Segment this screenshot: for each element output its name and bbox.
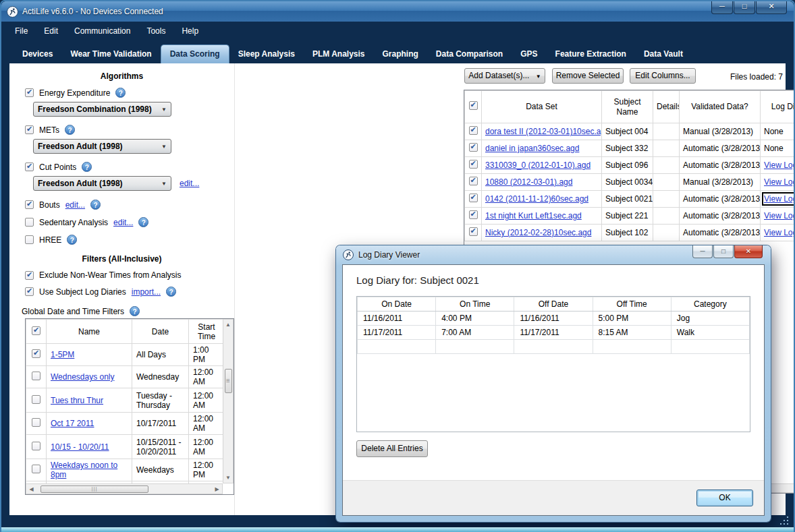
dataset-link[interactable]: dora test II (2012-03-01)10sec.agd [485,127,602,136]
scroll-down-icon[interactable]: ▼ [223,473,233,483]
resize-grip[interactable] [779,516,788,525]
filter-name-link[interactable]: 10/15 - 10/20/11 [51,442,109,452]
cut-points-algorithm-select[interactable]: Freedson Adult (1998)▼ [33,176,171,191]
tab-data-vault[interactable]: Data Vault [635,45,692,63]
dataset-link[interactable]: 10880 (2012-03-01).agd [485,177,572,187]
details-cell [653,157,680,174]
remove-selected-button[interactable]: Remove Selected [552,68,624,84]
tab-gps[interactable]: GPS [512,45,546,63]
dialog-maximize-button[interactable]: □ [713,245,734,258]
cut-points-label: Cut Points [39,162,76,172]
menu-item-communication[interactable]: Communication [67,24,137,38]
log-diary-cell: View Log Diary [761,225,795,241]
sedentary-help-icon[interactable]: ? [138,217,148,227]
dataset-link[interactable]: 0142 (2011-11-12)60sec.agd [485,194,588,204]
filters-select-all-checkbox[interactable] [32,326,40,335]
menu-item-edit[interactable]: Edit [37,24,65,38]
mets-checkbox[interactable] [25,125,34,134]
cut-points-help-icon[interactable]: ? [82,162,92,172]
dataset-row-checkbox[interactable] [469,194,478,202]
view-log-diary-link[interactable]: View Log Diary [764,211,795,220]
dataset-row-checkbox[interactable] [469,126,478,135]
hree-help-icon[interactable]: ? [67,235,77,245]
filter-name-link[interactable]: Wednesdays only [51,372,115,382]
exclude-nonwear-checkbox[interactable] [25,271,34,280]
tab-sleep-analysis[interactable]: Sleep Analysis [229,45,304,63]
scroll-left-icon[interactable]: ◀ [26,484,36,494]
tab-data-comparison[interactable]: Data Comparison [427,45,512,63]
filter-name-link[interactable]: 1-5PM [51,350,74,359]
tab-data-scoring[interactable]: Data Scoring [161,45,229,63]
dataset-row-checkbox[interactable] [469,210,478,219]
cut-points-checkbox[interactable] [25,162,34,171]
filter-name-link[interactable]: Tues thru Thur [51,396,103,405]
dialog-minimize-button[interactable]: ─ [692,245,713,258]
sedentary-edit-link[interactable]: edit... [113,218,133,227]
energy-algorithm-select[interactable]: Freedson Combination (1998)▼ [33,102,171,117]
dataset-row-checkbox[interactable] [469,177,478,185]
filter-row-checkbox[interactable] [32,442,40,450]
close-icon: ✕ [746,247,751,255]
tab-plm-analysis[interactable]: PLM Analysis [304,45,374,63]
sedentary-analysis-checkbox[interactable] [25,218,34,227]
filter-start-cell: 12:00 AM [189,435,223,459]
dataset-row-checkbox[interactable] [469,160,478,169]
close-button[interactable]: ✕ [756,1,787,14]
energy-help-icon[interactable]: ? [115,88,126,98]
dataset-link[interactable]: 1st night Kurt Left1sec.agd [485,211,582,220]
bouts-checkbox[interactable] [25,200,34,209]
filter-name-link[interactable]: Oct 17 2011 [51,419,94,428]
filter-row-checkbox[interactable] [32,349,40,358]
col-on-time: On Time [436,297,514,312]
tab-feature-extraction[interactable]: Feature Extraction [547,45,635,63]
filter-row-checkbox[interactable] [32,372,40,380]
maximize-button[interactable]: □ [734,1,755,14]
ok-button[interactable]: OK [696,490,753,506]
minimize-button[interactable]: ─ [711,1,733,14]
scroll-up-icon[interactable]: ▲ [223,320,233,330]
tab-graphing[interactable]: Graphing [374,45,427,63]
tab-wear-time-validation[interactable]: Wear Time Validation [61,45,160,63]
dataset-link[interactable]: 3310039_0 (2012-01-10).agd [485,160,591,170]
cut-points-edit-link[interactable]: edit... [180,179,199,188]
delete-all-entries-button[interactable]: Delete All Entries [356,440,428,457]
dataset-link[interactable]: Nicky (2012-02-28)10sec.agd [485,228,591,237]
mets-help-icon[interactable]: ? [65,125,75,135]
validated-cell: Automatic (3/28/2013) [680,157,761,174]
filter-date-cell: 10/15/2011 - 10/20/2011 [132,435,189,459]
log-diaries-help-icon[interactable]: ? [166,287,176,297]
scroll-right-icon[interactable]: ▶ [212,484,222,494]
menu-item-tools[interactable]: Tools [140,24,172,38]
bouts-edit-link[interactable]: edit... [65,200,85,210]
tab-devices[interactable]: Devices [13,45,61,63]
menu-item-file[interactable]: File [8,24,34,38]
view-log-diary-link[interactable]: View Log Diary [764,228,795,237]
energy-expenditure-checkbox[interactable] [25,88,34,97]
hree-checkbox[interactable] [25,235,34,244]
dataset-row: 0142 (2011-11-12)60sec.agdSubject 0021Au… [465,191,795,208]
menu-item-help[interactable]: Help [175,24,205,38]
mets-algorithm-select[interactable]: Freedson Adult (1998)▼ [33,139,171,154]
dataset-row-checkbox[interactable] [469,143,478,152]
use-log-diaries-checkbox[interactable] [25,287,34,296]
filter-name-link[interactable]: Weekdays noon to 8pm [51,461,117,479]
filter-row-checkbox[interactable] [32,465,40,473]
filters-vertical-scrollbar[interactable]: ▲ ▼ [223,319,234,483]
dialog-close-button[interactable]: ✕ [734,245,763,258]
global-filters-help-icon[interactable]: ? [130,306,140,316]
bouts-help-icon[interactable]: ? [90,200,101,210]
dataset-link[interactable]: daniel in japan360sec.agd [485,144,579,153]
edit-columns-button[interactable]: Edit Columns... [630,68,696,84]
view-log-diary-link[interactable]: View Log Diary [764,194,795,204]
add-datasets-button[interactable]: Add Dataset(s)... ▼ [464,68,545,84]
filter-row-checkbox[interactable] [32,395,40,404]
view-log-diary-link[interactable]: View Log Diary [764,160,795,170]
energy-algorithm-value: Freedson Combination (1998) [38,105,152,114]
filters-horizontal-scrollbar[interactable]: ◀ ▶ [26,483,223,494]
global-filters-table: Name Date Start Time 1-5PMAll Days1:00 P… [25,318,234,495]
filter-row-checkbox[interactable] [32,418,40,427]
import-link[interactable]: import... [132,287,161,297]
select-all-checkbox[interactable] [469,101,478,110]
view-log-diary-link[interactable]: View Log Diary [764,177,795,187]
dataset-row-checkbox[interactable] [469,227,478,236]
